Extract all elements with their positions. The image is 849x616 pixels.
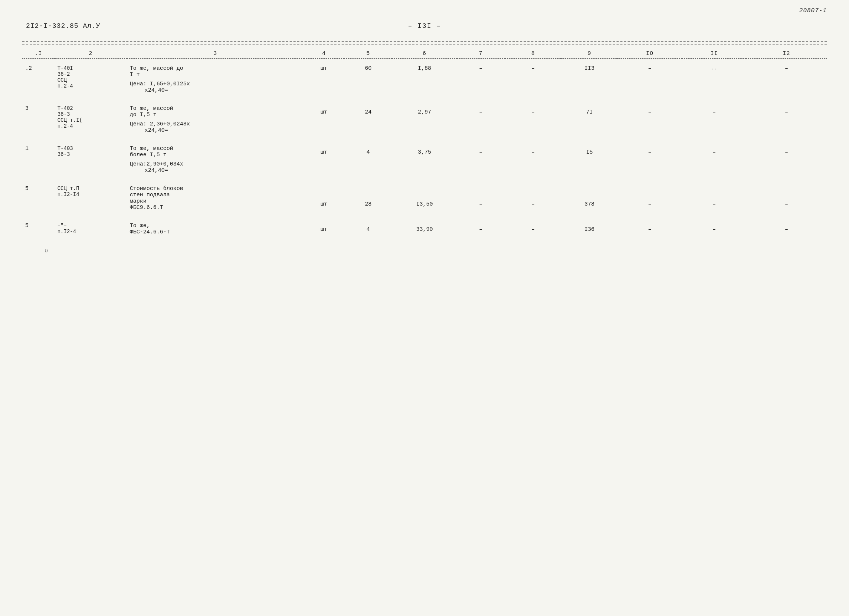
- row-price: 2,97: [392, 103, 456, 135]
- col-header-3: 3: [127, 49, 304, 59]
- row-price: I,88: [392, 59, 456, 95]
- row-col11: –: [682, 103, 746, 135]
- table-row: 3 Т-402 36-3 ССЦ т.I( п.2-4 То же, массо…: [22, 103, 827, 135]
- header: 2I2-I-332.85 Ал.У – I3I –: [22, 22, 827, 30]
- row-spacer: [22, 135, 827, 143]
- row-col8: –: [505, 59, 562, 95]
- row-unit: шт: [304, 59, 344, 95]
- row-desc: Стоимость блоков стен подвала марки ФБС9…: [127, 183, 304, 212]
- row-unit: шт: [304, 183, 344, 212]
- footnote-text: υ: [45, 248, 48, 254]
- row-desc: То же, ФБС-24.6.6-Т: [127, 220, 304, 237]
- row-col10: –: [617, 220, 682, 237]
- row-col7: –: [457, 220, 505, 237]
- table-row: 1 Т-403 36-3 То же, массой более I,5 т Ц…: [22, 143, 827, 175]
- top-divider: [22, 41, 827, 42]
- main-table: .I 2 3 4 5 6 7 8 9 IO II I2 .2 Т-40I 36-…: [22, 49, 827, 237]
- row-col10: –: [617, 103, 682, 135]
- row-col11: –: [682, 143, 746, 175]
- row-ref: Т-402 36-3 ССЦ т.I( п.2-4: [55, 103, 127, 135]
- row-col7: –: [457, 59, 505, 95]
- row-unit: шт: [304, 103, 344, 135]
- row-spacer: [22, 95, 827, 103]
- row-col12: –: [746, 220, 827, 237]
- row-col10: –: [617, 59, 682, 95]
- column-headers: .I 2 3 4 5 6 7 8 9 IO II I2: [22, 49, 827, 59]
- row-col9: I36: [562, 220, 618, 237]
- row-col7: –: [457, 183, 505, 212]
- row-num: 3: [22, 103, 55, 135]
- col-header-1: .I: [22, 49, 55, 59]
- row-price: I3,50: [392, 183, 456, 212]
- row-col11: –: [682, 220, 746, 237]
- row-spacer: [22, 212, 827, 220]
- row-ref: Т-40I 36-2 ССЦ п.2-4: [55, 59, 127, 95]
- table-row: 5 ССЦ т.П п.I2-I4 Стоимость блоков стен …: [22, 183, 827, 212]
- row-col11: ..: [682, 59, 746, 95]
- col-header-2: 2: [55, 49, 127, 59]
- row-col9: I5: [562, 143, 618, 175]
- row-col9: 378: [562, 183, 618, 212]
- row-qty: 28: [344, 183, 392, 212]
- row-col9: II3: [562, 59, 618, 95]
- row-unit: шт: [304, 220, 344, 237]
- row-desc: То же, массой более I,5 т Цена:2,90+0,03…: [127, 143, 304, 175]
- row-col12: –: [746, 143, 827, 175]
- row-price: 3,75: [392, 143, 456, 175]
- row-col8: –: [505, 220, 562, 237]
- row-desc: То же, массой до I т Цена: I,65+0,0I25х …: [127, 59, 304, 95]
- row-col8: –: [505, 103, 562, 135]
- col-header-9: 9: [562, 49, 618, 59]
- row-qty: 60: [344, 59, 392, 95]
- col-header-4: 4: [304, 49, 344, 59]
- row-qty: 24: [344, 103, 392, 135]
- table-row: .2 Т-40I 36-2 ССЦ п.2-4 То же, массой до…: [22, 59, 827, 95]
- page-number: 20807-1: [799, 7, 827, 14]
- col-header-11: II: [682, 49, 746, 59]
- row-col10: –: [617, 183, 682, 212]
- row-desc: То же, массой до I,5 т Цена: 2,36+0,0248…: [127, 103, 304, 135]
- row-col11: –: [682, 183, 746, 212]
- row-col7: –: [457, 103, 505, 135]
- row-qty: 4: [344, 143, 392, 175]
- col-header-5: 5: [344, 49, 392, 59]
- row-num: .2: [22, 59, 55, 95]
- row-num: 1: [22, 143, 55, 175]
- row-qty: 4: [344, 220, 392, 237]
- row-num: 5: [22, 220, 55, 237]
- row-col12: –: [746, 183, 827, 212]
- row-unit: шт: [304, 143, 344, 175]
- table-row: 5 –"– п.I2-4 То же, ФБС-24.6.6-Т шт 4 33…: [22, 220, 827, 237]
- row-ref: ССЦ т.П п.I2-I4: [55, 183, 127, 212]
- row-num: 5: [22, 183, 55, 212]
- col-header-8: 8: [505, 49, 562, 59]
- col-header-12: I2: [746, 49, 827, 59]
- row-ref: Т-403 36-3: [55, 143, 127, 175]
- doc-number: 2I2-I-332.85 Ал.У: [26, 22, 101, 30]
- page-title: – I3I –: [408, 22, 442, 30]
- row-col10: –: [617, 143, 682, 175]
- row-col12: –: [746, 103, 827, 135]
- col-header-7: 7: [457, 49, 505, 59]
- row-col12: –: [746, 59, 827, 95]
- col-header-6: 6: [392, 49, 456, 59]
- row-col8: –: [505, 143, 562, 175]
- top-divider-2: [22, 45, 827, 45]
- footnote: υ: [22, 248, 827, 254]
- row-spacer: [22, 175, 827, 183]
- row-col8: –: [505, 183, 562, 212]
- row-col9: 7I: [562, 103, 618, 135]
- row-col7: –: [457, 143, 505, 175]
- row-price: 33,90: [392, 220, 456, 237]
- row-ref: –"– п.I2-4: [55, 220, 127, 237]
- col-header-10: IO: [617, 49, 682, 59]
